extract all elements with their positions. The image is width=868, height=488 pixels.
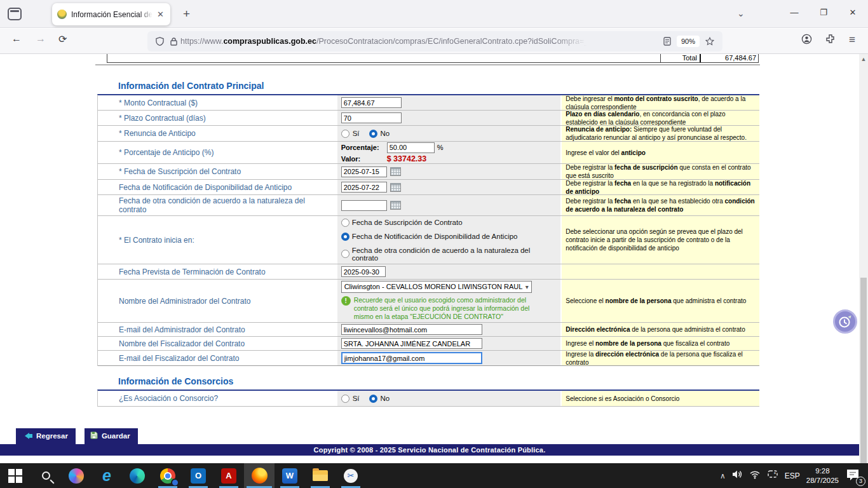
url-bar[interactable]: https://www.compraspublicas.gob.ec/Proce… bbox=[147, 31, 722, 51]
lock-icon[interactable] bbox=[170, 37, 177, 46]
field-label: * Fecha de Suscripción del Contrato bbox=[98, 164, 337, 179]
inicia-opcion1-radio[interactable] bbox=[341, 219, 349, 227]
fecha-otra-condicion-input[interactable] bbox=[341, 200, 387, 211]
shield-icon[interactable] bbox=[156, 37, 164, 46]
screen: Información Esencial del Contra ✕ + ⌄ — … bbox=[0, 0, 868, 488]
porcentaje-input[interactable] bbox=[387, 142, 435, 153]
radio-label: Fecha de otra condición de acuerdo a la … bbox=[352, 247, 551, 262]
browser-tab-strip: Información Esencial del Contra ✕ + ⌄ — … bbox=[0, 0, 868, 28]
consorcio-no-radio[interactable] bbox=[369, 395, 377, 403]
edge-icon[interactable] bbox=[122, 463, 153, 488]
consorcio-si-radio[interactable] bbox=[341, 395, 349, 403]
row-porcentaje-anticipo: * Porcentaje de Anticipo (%) Porcentaje:… bbox=[98, 142, 759, 164]
section-title-consorcios: Información de Consorcios bbox=[118, 376, 233, 386]
radio-label-si: Sí bbox=[353, 395, 360, 402]
account-icon[interactable] bbox=[801, 34, 812, 47]
copilot-icon[interactable] bbox=[61, 463, 92, 488]
email-administrador-input[interactable] bbox=[341, 324, 482, 335]
scroll-up-arrow-icon[interactable]: ▲ bbox=[859, 54, 868, 62]
field-help: Debe registrar la fecha en la que se ha … bbox=[560, 180, 759, 194]
inicia-opcion2-radio[interactable] bbox=[341, 233, 349, 241]
field-label: Fecha Prevista de Terminación de Contrat… bbox=[98, 264, 337, 279]
radio-label: Fecha de Notificación de Disponibilidad … bbox=[352, 233, 518, 240]
fiscalizador-nombre-input[interactable] bbox=[341, 338, 482, 349]
start-button[interactable] bbox=[0, 463, 31, 488]
search-icon[interactable] bbox=[31, 463, 61, 488]
reload-button[interactable]: ⟳ bbox=[58, 33, 67, 45]
administrador-note: Recuerde que el usuario escogido como ad… bbox=[354, 296, 551, 321]
tab-title: Información Esencial del Contra bbox=[71, 10, 153, 19]
fecha-suscripcion-input[interactable] bbox=[341, 166, 387, 177]
back-arrow-icon bbox=[22, 433, 32, 439]
info-green-icon: ! bbox=[341, 296, 351, 306]
file-explorer-icon[interactable] bbox=[305, 463, 336, 488]
radio-label: Fecha de Suscripción de Contrato bbox=[352, 219, 463, 226]
calendar-icon[interactable] bbox=[390, 183, 401, 192]
tab-list-chevron-icon[interactable]: ⌄ bbox=[737, 8, 745, 18]
restore-button[interactable]: ❐ bbox=[809, 0, 838, 24]
contract-form-table: * Monto Contractual ($) Debe ingresar el… bbox=[97, 94, 759, 366]
fecha-prevista-input[interactable] bbox=[341, 266, 386, 277]
site-favicon bbox=[57, 10, 67, 19]
clock[interactable]: 9:28 28/7/2025 bbox=[806, 466, 839, 485]
volume-icon[interactable] bbox=[732, 470, 743, 482]
field-help: Dirección electrónica de la persona que … bbox=[560, 323, 759, 336]
plazo-contractual-input[interactable] bbox=[341, 112, 402, 123]
floating-timer-widget[interactable] bbox=[833, 309, 857, 334]
tray-chevron-up-icon[interactable]: ∧ bbox=[720, 471, 726, 480]
field-label: E-mail del Administrador del Contrato bbox=[98, 323, 337, 336]
regresar-button[interactable]: Regresar bbox=[16, 428, 76, 444]
renuncia-si-radio[interactable] bbox=[341, 130, 349, 138]
administrador-select[interactable]: Cliwinsgton - CEVALLOS MORENO LIWINSGTON… bbox=[341, 281, 532, 293]
close-button[interactable]: ✕ bbox=[838, 0, 867, 24]
row-contrato-inicia-en: * El Contrato inicia en: Fecha de Suscri… bbox=[98, 216, 759, 264]
page-footer: Copyright © 2008 - 2025 Servicio Naciona… bbox=[0, 444, 859, 456]
email-fiscalizador-input[interactable] bbox=[341, 352, 482, 364]
radio-label-no: No bbox=[381, 395, 390, 402]
row-es-asociacion-consorcio: ¿Es Asociación o Consorcio? Sí No Selecc… bbox=[98, 391, 759, 407]
tab-close-icon[interactable]: ✕ bbox=[157, 10, 164, 18]
monto-contractual-input[interactable] bbox=[341, 97, 402, 108]
chrome-icon[interactable] bbox=[153, 463, 183, 488]
forward-button[interactable]: → bbox=[36, 33, 46, 44]
back-button[interactable]: ← bbox=[11, 33, 22, 44]
word-icon[interactable]: W bbox=[275, 463, 305, 488]
total-label: Total bbox=[660, 54, 700, 62]
calendar-icon[interactable] bbox=[390, 167, 401, 176]
inicia-opcion3-radio[interactable] bbox=[341, 250, 349, 258]
calendar-icon[interactable] bbox=[390, 201, 401, 210]
page-scrollbar[interactable]: ▲ bbox=[859, 54, 868, 463]
field-label: Fecha de otra condición de acuerdo a la … bbox=[98, 195, 337, 215]
select-chevron-icon: ▾ bbox=[526, 283, 529, 290]
connect-display-icon[interactable]: a bbox=[767, 470, 778, 482]
snipping-tool-icon[interactable]: ✂ bbox=[336, 463, 366, 488]
field-help: Ingrese el valor del anticipo bbox=[560, 142, 759, 163]
minimize-button[interactable]: — bbox=[780, 0, 809, 24]
language-indicator[interactable]: ESP bbox=[785, 471, 800, 480]
bookmark-star-icon[interactable] bbox=[705, 37, 714, 46]
scrollbar-thumb[interactable] bbox=[860, 278, 867, 463]
guardar-button[interactable]: Guardar bbox=[85, 428, 138, 444]
reader-mode-icon[interactable] bbox=[663, 37, 671, 46]
notifications-count-badge: 3 bbox=[856, 477, 865, 486]
renuncia-no-radio[interactable] bbox=[369, 130, 377, 138]
extensions-icon[interactable] bbox=[825, 34, 836, 46]
svg-text:a: a bbox=[774, 471, 776, 475]
fecha-notificacion-input[interactable] bbox=[341, 182, 387, 193]
row-fiscalizador-contrato: Nombre del Fiscalizador del Contrato Ing… bbox=[98, 337, 759, 351]
browser-tab[interactable]: Información Esencial del Contra ✕ bbox=[52, 3, 170, 25]
firefox-icon[interactable] bbox=[244, 463, 275, 488]
internet-explorer-icon[interactable]: e bbox=[92, 463, 122, 488]
notifications-icon[interactable]: 3 bbox=[845, 468, 862, 484]
acrobat-icon[interactable]: A bbox=[214, 463, 244, 488]
field-label: ¿Es Asociación o Consorcio? bbox=[98, 391, 337, 406]
menu-hamburger-icon[interactable]: ≡ bbox=[849, 34, 855, 46]
field-label: * Renuncia de Anticipo bbox=[98, 126, 337, 141]
zoom-level-button[interactable]: 90% bbox=[677, 36, 700, 47]
row-fecha-notificacion: Fecha de Notificación de Disponibilidad … bbox=[98, 180, 759, 195]
wifi-icon[interactable] bbox=[749, 470, 761, 482]
outlook-icon[interactable]: O bbox=[183, 463, 214, 488]
firefox-view-icon[interactable] bbox=[8, 8, 22, 20]
administrador-selected-value: Cliwinsgton - CEVALLOS MORENO LIWINSGTON… bbox=[344, 283, 523, 290]
new-tab-button[interactable]: + bbox=[183, 7, 190, 21]
